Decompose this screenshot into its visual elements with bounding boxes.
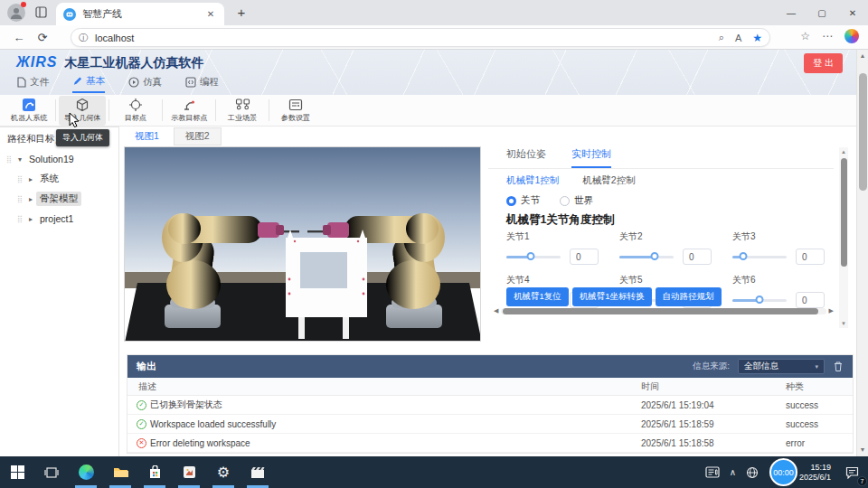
output-title: 输出 [137, 360, 156, 373]
3d-viewport[interactable] [124, 146, 481, 342]
radio-joint[interactable]: 关节 [506, 194, 540, 207]
logout-button[interactable]: 登 出 [804, 53, 843, 73]
toolbar-import-geometry[interactable]: 导入几何体 [59, 96, 106, 126]
menu-file[interactable]: 文件 [16, 75, 49, 93]
page-scroll-thumb[interactable] [859, 73, 867, 191]
tab-initial-pose[interactable]: 初始位姿 [506, 147, 546, 168]
app-toolbar: 机器人系统 导入几何体 目标点 示教目标点 工业场景 参数设置 [0, 95, 856, 127]
menu-simulation[interactable]: 仿真 [128, 75, 162, 93]
window-minimize-button[interactable]: — [776, 0, 807, 25]
taskbar-explorer-icon[interactable] [103, 456, 137, 488]
url-text: localhost [95, 33, 134, 43]
source-select[interactable]: 全部信息 ▾ [738, 359, 825, 374]
joint-6-slider[interactable] [732, 295, 787, 305]
address-bar[interactable]: ⓘ localhost ⌕ A ★ [71, 28, 770, 47]
output-row[interactable]: ✕Error deleting workspace 2025/6/1 15:18… [127, 434, 853, 453]
browser-tab[interactable]: 智慧产线 ✕ [56, 3, 224, 25]
caret-right-icon[interactable]: ▸ [25, 215, 36, 223]
drag-handle-icon[interactable]: ⣿ [14, 195, 25, 203]
widgets-news-icon[interactable] [705, 466, 720, 478]
arm1-coordinate-transform-button[interactable]: 机械臂1坐标转换 [572, 287, 652, 306]
joint-control-heading: 机械臂1关节角度控制 [506, 212, 614, 228]
error-icon: ✕ [137, 438, 146, 448]
joint-1-slider[interactable] [506, 251, 561, 262]
arm1-reset-button[interactable]: 机械臂1复位 [506, 287, 569, 306]
new-tab-button[interactable]: + [233, 5, 250, 21]
show-hidden-icons[interactable]: ∧ [730, 467, 736, 477]
tab-actions-icon[interactable] [34, 5, 49, 20]
tree-item-skeleton-model[interactable]: ⣿ ▸ 骨架模型 [0, 189, 118, 209]
subtab-arm1-control[interactable]: 机械臂1控制 [506, 174, 559, 187]
task-view-button[interactable] [34, 456, 69, 488]
scroll-right-icon[interactable]: ▶ [829, 307, 834, 314]
radio-selected-icon [506, 196, 516, 206]
scroll-left-icon[interactable]: ◀ [494, 307, 498, 314]
clear-output-icon[interactable] [833, 361, 844, 372]
menu-programming[interactable]: 编程 [185, 75, 219, 93]
menu-basic[interactable]: 基本 [72, 75, 105, 93]
network-globe-icon[interactable] [746, 466, 759, 479]
subtab-arm2-control[interactable]: 机械臂2控制 [582, 174, 635, 187]
code-icon [185, 77, 196, 88]
taskbar-video-app-icon[interactable] [241, 456, 275, 488]
success-icon: ✓ [137, 400, 146, 410]
taskbar-store-icon[interactable] [137, 456, 172, 488]
read-aloud-icon[interactable]: A [735, 33, 741, 43]
panel-horizontal-scrollbar[interactable]: ◀ ▶ [494, 306, 834, 315]
zoom-out-icon[interactable]: ⌕ [719, 32, 724, 43]
profile-avatar[interactable] [7, 4, 25, 22]
auto-path-planning-button[interactable]: 自动路径规划 [656, 287, 722, 306]
more-menu-icon[interactable]: ⋯ [822, 30, 833, 42]
page-scrollbar[interactable]: ▲ ▼ [856, 50, 868, 456]
toolbar-parameter-settings[interactable]: 参数设置 [272, 96, 319, 126]
panel-vertical-scrollbar[interactable]: ▲ ▼ [839, 147, 848, 328]
caret-down-icon[interactable]: ▾ [14, 155, 25, 164]
scroll-up-icon[interactable]: ▲ [841, 147, 846, 156]
scroll-down-icon[interactable]: ▼ [841, 319, 846, 328]
favorites-bar-icon[interactable]: ☆ [800, 30, 810, 42]
tree-item-project1[interactable]: ⣿ ▸ project1 [0, 209, 118, 229]
toolbar-robot-system[interactable]: 机器人系统 [5, 96, 52, 126]
toolbar-target-point[interactable]: 目标点 [112, 96, 159, 126]
joint-2-input[interactable] [683, 249, 712, 265]
drag-handle-icon[interactable]: ⣿ [14, 215, 25, 223]
drag-handle-icon[interactable]: ⣿ [4, 155, 14, 164]
taskbar-settings-icon[interactable]: ⚙ [206, 456, 241, 488]
toolbar-industrial-scene[interactable]: 工业场景 [219, 96, 266, 126]
tab-close-icon[interactable]: ✕ [204, 9, 217, 19]
taskbar-app-icon[interactable] [172, 456, 206, 488]
site-info-icon[interactable]: ⓘ [79, 32, 88, 44]
window-restore-button[interactable]: ▢ [807, 0, 837, 25]
caret-right-icon[interactable]: ▸ [25, 175, 36, 183]
joint-1-input[interactable] [570, 249, 599, 265]
start-button[interactable] [0, 456, 34, 488]
taskbar-edge-icon[interactable] [69, 456, 103, 488]
vscroll-thumb[interactable] [841, 158, 847, 267]
tab-realtime-control[interactable]: 实时控制 [571, 147, 611, 168]
tree-item-solution[interactable]: ⣿ ▾ Solution19 [0, 149, 118, 169]
refresh-button[interactable]: ⟳ [31, 31, 54, 44]
output-row[interactable]: ✓已切换到骨架状态 2025/6/1 15:19:04 success [127, 396, 853, 415]
joint-2-slider[interactable] [619, 251, 674, 262]
scroll-down-icon[interactable]: ▼ [860, 444, 866, 456]
copilot-icon[interactable] [844, 29, 859, 43]
joint-3-input[interactable] [796, 249, 825, 265]
tab-view1[interactable]: 视图1 [124, 127, 170, 145]
mouse-cursor [69, 112, 80, 130]
caret-right-icon[interactable]: ▸ [25, 195, 36, 203]
drag-handle-icon[interactable]: ⣿ [14, 175, 25, 183]
hscroll-thumb[interactable] [503, 308, 817, 314]
tree-item-system[interactable]: ⣿ ▸ 系统 [0, 169, 118, 189]
person-icon [9, 5, 24, 20]
success-icon: ✓ [137, 419, 146, 429]
radio-world[interactable]: 世界 [560, 194, 593, 207]
joint-3-slider[interactable] [732, 251, 787, 262]
favorite-star-icon[interactable]: ★ [752, 32, 762, 44]
tab-view2[interactable]: 视图2 [174, 127, 222, 145]
scroll-up-icon[interactable]: ▲ [860, 50, 866, 62]
back-button[interactable]: ← [7, 31, 31, 44]
notification-center-button[interactable]: 7 [841, 456, 863, 488]
output-row[interactable]: ✓Workspace loaded successfully 2025/6/1 … [127, 415, 853, 434]
window-close-button[interactable]: ✕ [837, 0, 868, 25]
toolbar-teach-target[interactable]: 示教目标点 [165, 96, 212, 126]
